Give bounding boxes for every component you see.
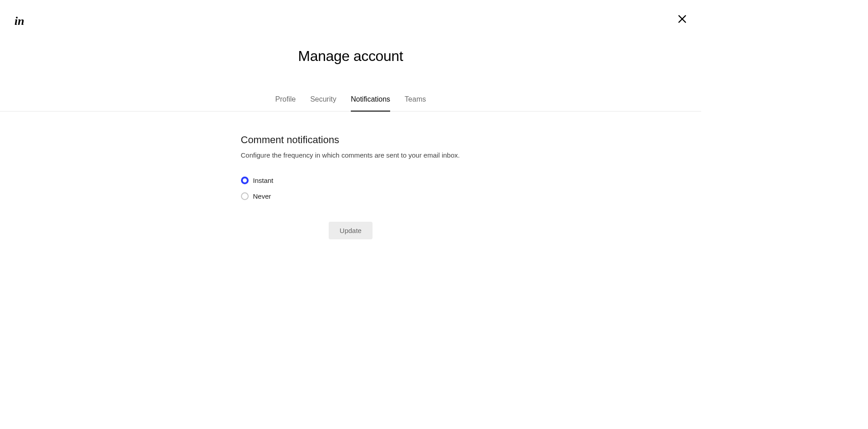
radio-label: Never: [253, 192, 271, 200]
tab-teams[interactable]: Teams: [405, 95, 426, 112]
radio-indicator-selected: [241, 177, 249, 184]
tab-profile[interactable]: Profile: [275, 95, 296, 112]
update-button[interactable]: Update: [329, 222, 372, 239]
tab-security[interactable]: Security: [310, 95, 336, 112]
tab-notifications[interactable]: Notifications: [351, 95, 390, 112]
logo[interactable]: in: [14, 14, 24, 28]
close-icon: [677, 14, 687, 24]
content-area: Comment notifications Configure the freq…: [241, 112, 461, 239]
section-title: Comment notifications: [241, 134, 461, 146]
section-description: Configure the frequency in which comment…: [241, 150, 461, 160]
radio-option-instant[interactable]: Instant: [241, 177, 461, 184]
tabs-container: Profile Security Notifications Teams: [0, 95, 701, 112]
radio-indicator: [241, 192, 249, 200]
page-title: Manage account: [0, 48, 701, 65]
close-button[interactable]: [676, 13, 689, 25]
radio-label: Instant: [253, 177, 274, 184]
radio-group-frequency: Instant Never: [241, 177, 461, 200]
radio-option-never[interactable]: Never: [241, 192, 461, 200]
